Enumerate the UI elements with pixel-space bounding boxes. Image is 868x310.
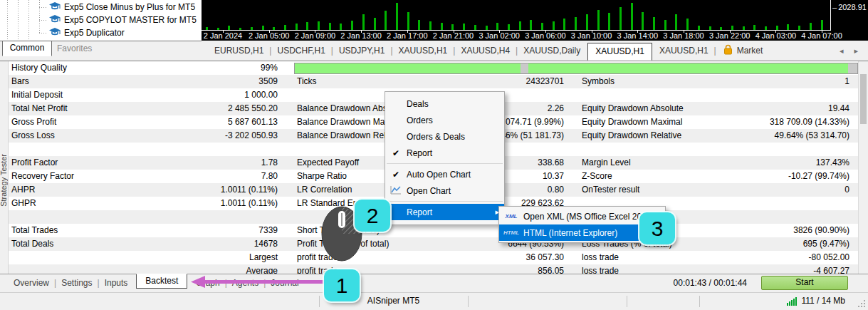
tick-volume-bar xyxy=(351,21,353,30)
stat-value: 19.44 xyxy=(688,102,849,115)
menu-item-orders-deals[interactable]: Orders & Deals xyxy=(385,128,504,145)
tick-volume-bar xyxy=(418,20,420,30)
stat-label: Equity Drawdown Maximal xyxy=(582,115,682,129)
tab-separator: | xyxy=(268,46,273,56)
tick-volume-bar xyxy=(451,24,454,30)
stat-label: Z-Score xyxy=(582,170,612,183)
tab-eurusd-h1[interactable]: EURUSD,H1 xyxy=(210,46,268,56)
stat-label: Sharpe Ratio xyxy=(297,170,347,183)
tab-separator: | xyxy=(330,46,335,56)
time-axis-tick xyxy=(454,31,454,33)
stat-value: 1.0011 (0.11%) xyxy=(115,183,278,197)
tab-scroll-arrows[interactable]: ◂ ▸ xyxy=(840,46,868,56)
tab-xauusd-h1[interactable]: XAUUSD,H1 xyxy=(394,46,452,56)
stat-label: Ticks xyxy=(297,75,317,88)
tab-label: Market xyxy=(737,46,763,56)
stat-label: Recovery Factor xyxy=(11,170,74,183)
tab-inputs[interactable]: Inputs xyxy=(100,278,133,288)
tab-settings[interactable]: Settings xyxy=(56,278,97,288)
menu-item-report[interactable]: ✔Report xyxy=(385,145,504,161)
time-axis-tick xyxy=(822,31,822,33)
tab-backtest[interactable]: Backtest xyxy=(136,274,187,289)
tab-xauusd-h1[interactable]: XAUUSD,H1 xyxy=(655,46,713,56)
traffic-label: 111 / 14 Mb xyxy=(801,293,845,309)
tick-volume-bar xyxy=(396,3,398,30)
expert-name-label: Exp5 COPYLOT MASTER for MT5 xyxy=(64,15,197,25)
tick-volume-bar xyxy=(206,27,208,30)
annotation-arrow-to-backtest xyxy=(185,274,331,290)
tree-connector xyxy=(39,7,48,8)
tick-volume-bar xyxy=(810,23,812,30)
resize-grip[interactable] xyxy=(858,300,865,307)
statusbar-separator xyxy=(699,296,700,307)
tab-usdjpy-h1[interactable]: USDJPY,H1 xyxy=(335,46,389,56)
menu-item-orders[interactable]: Orders xyxy=(385,112,504,128)
tab-xauusd-daily[interactable]: XAUUSD,Daily xyxy=(519,46,585,56)
tick-volume-bar xyxy=(541,23,543,30)
vertical-scrollbar[interactable] xyxy=(858,61,868,274)
quality-gap xyxy=(521,63,528,73)
tick-volume-bar xyxy=(429,21,432,30)
stat-value: -4 607.27 xyxy=(688,264,849,274)
tick-volume-bar xyxy=(798,26,800,30)
stat-label: OnTester result xyxy=(582,183,639,197)
tick-volume-bar xyxy=(686,19,689,30)
navigator-tabs: Common Favorites xyxy=(0,41,202,56)
chart-price-label: 2028.91 xyxy=(832,3,867,11)
menu-item-label: Orders xyxy=(407,115,433,125)
menu-item-report[interactable]: Report▸ xyxy=(385,204,504,220)
expert-advisor-icon xyxy=(49,2,64,13)
tab-common[interactable]: Common xyxy=(2,41,52,56)
tab-market[interactable]: Market xyxy=(718,44,769,57)
expert-tree-item[interactable]: Exp5 Close Minus by Plus for MT5 xyxy=(39,1,195,14)
stat-value: 3826 (90.90%) xyxy=(688,224,849,237)
stat-value: 14678 xyxy=(115,237,278,251)
tick-volume-bar xyxy=(508,24,510,30)
scrollbar-thumb[interactable] xyxy=(860,74,867,124)
stat-value: 1.0011 (0.11%) xyxy=(115,197,278,210)
stat-value: 3509 xyxy=(115,75,278,88)
start-button[interactable]: Start xyxy=(761,276,848,290)
stat-label: Bars xyxy=(11,75,29,88)
statusbar-separator xyxy=(627,296,627,307)
tab-usdchf-h1[interactable]: USDCHF,H1 xyxy=(273,46,329,56)
checkmark-icon: ✔ xyxy=(385,170,407,180)
expert-advisor-icon xyxy=(49,28,64,38)
tab-xauusd-h4[interactable]: XAUUSD,H4 xyxy=(456,46,514,56)
tick-volume-bar xyxy=(765,26,767,30)
stat-label: Gross Profit xyxy=(11,115,56,129)
tester-bottom-bar: Overview|Settings|InputsBacktestGraph|Ag… xyxy=(0,274,868,291)
stat-label: Profit Factor xyxy=(11,156,58,170)
stat-value: 318 709.09 (14.33%) xyxy=(688,115,849,129)
stat-label: Expected Payoff xyxy=(297,156,359,170)
expert-tree-item[interactable]: Exp5 COPYLOT MASTER for MT5 xyxy=(39,14,197,26)
tick-volume-bar xyxy=(496,23,498,30)
tick-volume-bar xyxy=(262,26,264,30)
tick-volume-bar xyxy=(441,23,443,30)
stat-value: -10.27 (99.74%) xyxy=(688,170,849,183)
tick-volume-bar xyxy=(787,24,789,30)
expert-tree-item[interactable]: Exp5 Duplicator xyxy=(39,26,125,39)
tick-volume-bar xyxy=(709,26,711,30)
tree-guide-line xyxy=(7,0,8,39)
menu-item-open-chart[interactable]: Open Chart xyxy=(385,182,504,199)
statusbar-separator xyxy=(468,296,469,307)
tab-favorites[interactable]: Favorites xyxy=(57,41,92,56)
menu-item-deals[interactable]: Deals xyxy=(385,95,504,112)
tick-volume-bar xyxy=(530,20,532,30)
tab-xauusd-h1[interactable]: XAUUSD,H1 xyxy=(587,43,652,61)
tick-volume-bar xyxy=(675,14,677,30)
stat-label: LR Correlation xyxy=(297,183,352,197)
tick-volume-bar xyxy=(296,24,298,30)
tick-volume-bar xyxy=(753,25,755,30)
backtest-timer: 00:01:43 / 00:01:44 xyxy=(674,278,747,288)
connection-status[interactable]: 111 / 14 Mb xyxy=(787,293,845,309)
annotation-badge-2: 2 xyxy=(355,200,390,232)
tick-volume-bar xyxy=(664,20,666,30)
html-file-icon: HTML xyxy=(499,229,523,236)
strategy-tester-strip: Strategy Tester xyxy=(0,61,9,274)
annotation-badge-3: 3 xyxy=(639,212,675,244)
expert-advisor-icon xyxy=(49,15,64,26)
menu-item-auto-open-chart[interactable]: ✔Auto Open Chart xyxy=(385,166,504,182)
tab-overview[interactable]: Overview xyxy=(9,278,54,288)
